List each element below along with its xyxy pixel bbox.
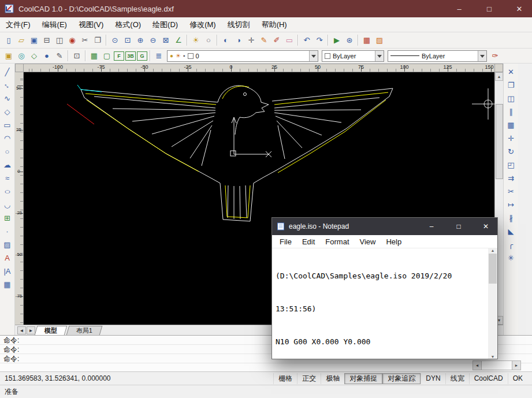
notepad-text-area[interactable]: (D:\CoolCAD\Samples\eagle.iso 2019/2/20 … — [272, 248, 488, 359]
menu-file[interactable]: 文件(F) — [0, 17, 36, 32]
lamp-off-icon[interactable]: ○ — [202, 34, 215, 46]
trim-icon[interactable]: ✂ — [505, 185, 518, 198]
notepad-scroll-down-icon[interactable]: ▼ — [491, 355, 495, 359]
notepad-menu-help[interactable]: Help — [381, 237, 407, 246]
toggle-grid[interactable]: 栅格 — [273, 373, 297, 384]
pencil-icon[interactable]: ✎ — [258, 34, 270, 46]
scroll-left-icon[interactable]: ◄ — [473, 360, 482, 370]
lamp-on-icon[interactable]: ☀ — [189, 34, 202, 46]
toggle-lineweight[interactable]: 线宽 — [445, 373, 469, 384]
construction-line-icon[interactable]: ↔ — [0, 76, 16, 94]
tab-scroll-left-icon[interactable]: ◄ — [17, 326, 26, 334]
zoom-next-icon[interactable]: ◑ — [232, 34, 245, 46]
zoom-previous-icon[interactable]: ◐ — [220, 34, 232, 46]
zoom-extents-icon[interactable]: ⊠ — [159, 34, 172, 46]
zoom-in-icon[interactable]: ⊕ — [134, 34, 147, 46]
toggle-dyn[interactable]: DYN — [421, 373, 445, 384]
stretch-icon[interactable]: ⇉ — [505, 172, 518, 184]
spline-icon[interactable]: ≈ — [1, 172, 14, 184]
tab-model[interactable]: 模型 — [35, 326, 68, 335]
match-properties-icon[interactable]: ✑ — [489, 50, 501, 62]
cut-icon[interactable]: ✂ — [79, 34, 91, 46]
web-icon[interactable]: ⊛ — [343, 34, 356, 46]
status-ok[interactable]: OK — [508, 373, 527, 384]
minimize-button[interactable]: – — [447, 0, 472, 17]
erase-icon[interactable]: ✕ — [505, 66, 518, 78]
find-window-icon[interactable]: ⊡ — [70, 50, 83, 62]
sphere-icon[interactable]: ● — [40, 50, 53, 62]
extend-icon[interactable]: ↦ — [505, 199, 518, 211]
hatch-icon[interactable]: ▨ — [1, 239, 14, 251]
zoom-realtime-icon[interactable]: ⊙ — [109, 34, 121, 46]
notepad-scroll-up-icon[interactable]: ▲ — [491, 248, 495, 252]
notepad-menu-format[interactable]: Format — [320, 237, 354, 246]
text-vertical-icon[interactable]: |A — [1, 265, 14, 277]
color-combo-caret[interactable] — [375, 51, 384, 61]
menu-modify[interactable]: 修改(M) — [184, 17, 222, 32]
notepad-maximize-button[interactable]: □ — [447, 218, 470, 235]
menu-edit[interactable]: 编辑(E) — [36, 17, 73, 32]
notepad-scrollbar-thumb[interactable] — [489, 254, 497, 284]
explode-icon[interactable]: ✳ — [505, 252, 518, 264]
linetype-combo[interactable]: ByLayer — [388, 50, 487, 62]
scrollbar-thumb[interactable] — [496, 104, 503, 179]
donut-icon[interactable]: ◎ — [15, 50, 28, 62]
edit-pencil-icon[interactable]: ✎ — [53, 50, 66, 62]
region-icon[interactable]: ▢ — [101, 50, 113, 62]
scroll-up-icon[interactable]: ▲ — [495, 72, 503, 81]
mode-g-icon[interactable]: G — [137, 51, 147, 61]
layer-combo-caret[interactable] — [309, 51, 318, 61]
polygon-icon[interactable]: ◇ — [1, 106, 14, 118]
notepad-close-button[interactable]: ✕ — [474, 218, 497, 235]
linetype-combo-caret[interactable] — [478, 51, 486, 61]
toggle-osnap[interactable]: 对象捕捉 — [344, 373, 382, 384]
toggle-otrack[interactable]: 对象追踪 — [382, 373, 421, 384]
tab-scroll-right-icon[interactable]: ► — [27, 326, 35, 334]
copy-icon[interactable]: ❐ — [505, 79, 518, 91]
ellipse-arc-icon[interactable]: ◡ — [1, 199, 14, 211]
circle-icon[interactable]: ○ — [1, 146, 14, 158]
rotate-icon[interactable]: ↻ — [505, 146, 518, 158]
group-icon[interactable]: ◇ — [28, 50, 40, 62]
fillet-icon[interactable]: ╭ — [505, 239, 518, 251]
close-button[interactable]: ✕ — [507, 0, 532, 17]
measure-angle-icon[interactable]: ∠ — [172, 34, 185, 46]
copy-clip-icon[interactable]: ❐ — [91, 34, 104, 46]
offset-icon[interactable]: ∥ — [505, 106, 518, 118]
move-icon[interactable]: ✛ — [505, 132, 518, 144]
text-icon[interactable]: A — [1, 252, 14, 264]
save-file-icon[interactable]: ▣ — [28, 34, 40, 46]
point-icon[interactable]: ∙ — [1, 225, 14, 237]
mirror-icon[interactable]: ◫ — [505, 92, 518, 105]
layer-combo[interactable]: ● ☀ ▪ 0 — [167, 50, 318, 62]
plot-icon[interactable]: ⊟ — [40, 34, 53, 46]
find-icon[interactable]: ◉ — [66, 34, 79, 46]
scroll-right-icon[interactable]: ► — [512, 360, 521, 370]
table-icon[interactable]: ▦ — [1, 278, 14, 291]
canvas-horizontal-scrollbar[interactable]: ◄ ► — [473, 360, 521, 370]
notepad-menu-file[interactable]: File — [274, 237, 297, 246]
hatch-grid-icon[interactable]: ▦ — [88, 50, 101, 62]
open-file-icon[interactable]: ▱ — [15, 34, 28, 46]
chamfer-icon[interactable]: ◣ — [505, 225, 518, 237]
wirecut-icon[interactable]: ▦ — [360, 34, 373, 46]
mode-3b-icon[interactable]: 3B — [125, 51, 136, 61]
notepad-minimize-button[interactable]: – — [420, 218, 443, 235]
color-combo[interactable]: ByLayer — [322, 50, 384, 62]
undo-icon[interactable]: ↶ — [300, 34, 313, 46]
revcloud-icon[interactable]: ☁ — [1, 159, 14, 171]
toggle-ortho[interactable]: 正交 — [297, 373, 321, 384]
menu-draw[interactable]: 绘图(D) — [147, 17, 184, 32]
rectangle-icon[interactable]: ▭ — [1, 119, 14, 131]
menu-wirecut[interactable]: 线切割 — [222, 17, 256, 32]
menu-help[interactable]: 帮助(H) — [256, 17, 293, 32]
notepad-menu-edit[interactable]: Edit — [297, 237, 320, 246]
menu-format[interactable]: 格式(O) — [109, 17, 147, 32]
eraser-icon[interactable]: ▭ — [283, 34, 296, 46]
notepad-window[interactable]: eagle.iso - Notepad – □ ✕ File Edit Form… — [271, 217, 498, 359]
layers-icon[interactable]: ≣ — [152, 50, 165, 62]
mode-f-icon[interactable]: F — [114, 51, 124, 61]
notepad-scrollbar[interactable]: ▲ ▼ — [488, 248, 497, 359]
zoom-window-icon[interactable]: ⊡ — [121, 34, 134, 46]
insert-block-icon[interactable]: ⊞ — [1, 212, 14, 224]
